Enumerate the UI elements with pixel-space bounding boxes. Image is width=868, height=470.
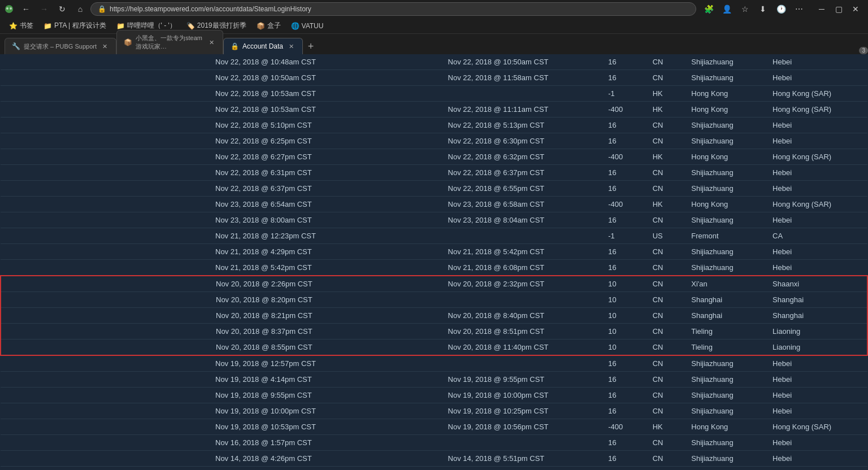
login-history-table-container[interactable]: Nov 22, 2018 @ 10:48am CSTNov 22, 2018 @…: [0, 54, 868, 470]
country-code: CN: [644, 212, 683, 228]
duration: 16: [599, 133, 643, 149]
login-time: Nov 22, 2018 @ 6:27pm CST: [1, 149, 439, 165]
duration: 16: [599, 118, 643, 133]
bookmark-vatuu[interactable]: 🌐 VATUU: [287, 21, 328, 31]
tab-blackbox[interactable]: 📦 小黑盒、一款专为steam游戏玩家… ✕: [116, 30, 223, 54]
duration: 16: [599, 451, 643, 467]
menu-button[interactable]: ⋯: [791, 1, 807, 17]
star-icon: ⭐: [9, 22, 18, 30]
country-code: CN: [644, 70, 683, 86]
table-row: Nov 19, 2018 @ 12:57pm CST16CNShijiazhua…: [1, 355, 867, 372]
table-row: Nov 19, 2018 @ 4:14pm CSTNov 19, 2018 @ …: [1, 372, 867, 388]
login-time: Nov 22, 2018 @ 6:37pm CST: [1, 181, 439, 197]
city: Shijiazhuang: [682, 372, 763, 388]
history-button[interactable]: 🕐: [773, 1, 789, 17]
login-time: Nov 20, 2018 @ 8:37pm CST: [1, 324, 439, 340]
refresh-button[interactable]: ↻: [54, 1, 70, 17]
address-bar[interactable]: 🔒 https://help.steampowered.com/en/accou…: [90, 2, 696, 16]
logout-time: Nov 22, 2018 @ 11:11am CST: [439, 102, 600, 118]
table-row: Nov 20, 2018 @ 8:55pm CSTNov 20, 2018 @ …: [1, 340, 867, 356]
tab-account-data[interactable]: 🔒 Account Data ✕: [223, 38, 303, 54]
logout-time: [439, 228, 600, 244]
country-code: HK: [644, 149, 683, 165]
state: CA: [763, 228, 867, 244]
tag-icon: 🏷️: [186, 22, 195, 30]
country-code: CN: [644, 435, 683, 451]
minimize-button[interactable]: ─: [814, 1, 830, 17]
city: Shijiazhuang: [682, 54, 763, 70]
svg-point-1: [6, 7, 8, 10]
new-tab-button[interactable]: +: [303, 38, 319, 54]
login-time: Nov 21, 2018 @ 4:29pm CST: [1, 244, 439, 260]
city: Tieling: [682, 324, 763, 340]
logout-time: Nov 19, 2018 @ 10:00pm CST: [439, 388, 600, 403]
country-code: CN: [644, 133, 683, 149]
login-time: Nov 13, 2018 @ 10:14am CST: [1, 467, 439, 471]
content-area: Nov 22, 2018 @ 10:48am CSTNov 22, 2018 @…: [0, 54, 868, 470]
city: Shijiazhuang: [682, 212, 763, 228]
tab-label: 提交请求 – PUBG Support: [24, 42, 97, 51]
city: Hong Kong: [682, 86, 763, 102]
duration: 16: [599, 212, 643, 228]
logout-time: [439, 435, 600, 451]
table-row: Nov 21, 2018 @ 4:29pm CSTNov 21, 2018 @ …: [1, 244, 867, 260]
city: Shanghai: [682, 308, 763, 324]
bookmark-star[interactable]: ⭐ 书签: [5, 20, 38, 32]
profile-button[interactable]: 👤: [719, 1, 735, 17]
login-time: Nov 20, 2018 @ 2:26pm CST: [1, 276, 439, 292]
tab-label: Account Data: [242, 42, 283, 50]
country-code: HK: [644, 419, 683, 435]
extensions-button[interactable]: 🧩: [701, 1, 717, 17]
tab-close-account[interactable]: ✕: [287, 42, 296, 51]
duration: -1: [599, 86, 643, 102]
close-button[interactable]: ✕: [848, 1, 863, 17]
city: Shijiazhuang: [682, 118, 763, 133]
state: Shaanxi: [763, 276, 867, 292]
duration: 16: [599, 388, 643, 403]
country-code: CN: [644, 118, 683, 133]
state: Liaoning: [763, 324, 867, 340]
table-row: Nov 23, 2018 @ 6:54am CSTNov 23, 2018 @ …: [1, 197, 867, 212]
tabs-bar: 🔧 提交请求 – PUBG Support ✕ 📦 小黑盒、一款专为steam游…: [0, 34, 868, 54]
logout-time: Nov 22, 2018 @ 6:32pm CST: [439, 149, 600, 165]
bookmark-pta[interactable]: 📁 PTA | 程序设计类: [39, 20, 111, 32]
state: Hebei: [763, 181, 867, 197]
city: Shijiazhuang: [682, 244, 763, 260]
login-time: Nov 14, 2018 @ 4:26pm CST: [1, 451, 439, 467]
home-button[interactable]: ⌂: [72, 1, 88, 17]
duration: -400: [599, 102, 643, 118]
bookmark-button[interactable]: ☆: [737, 1, 753, 17]
city: Xi'an: [682, 276, 763, 292]
country-code: CN: [644, 54, 683, 70]
login-time: Nov 19, 2018 @ 10:53pm CST: [1, 419, 439, 435]
duration: 16: [599, 372, 643, 388]
table-row: Nov 21, 2018 @ 5:42pm CSTNov 21, 2018 @ …: [1, 260, 867, 276]
download-button[interactable]: ⬇: [755, 1, 771, 17]
country-code: CN: [644, 276, 683, 292]
state: Shanghai: [763, 292, 867, 308]
maximize-button[interactable]: ▢: [831, 1, 847, 17]
duration: 10: [599, 308, 643, 324]
browser-icon: [5, 5, 14, 14]
back-button[interactable]: ←: [18, 1, 34, 17]
table-row: Nov 22, 2018 @ 6:37pm CSTNov 22, 2018 @ …: [1, 181, 867, 197]
city: Shijiazhuang: [682, 467, 763, 471]
state: Hebei: [763, 451, 867, 467]
bookmark-box[interactable]: 📦 盒子: [252, 20, 285, 32]
tab-pubg[interactable]: 🔧 提交请求 – PUBG Support ✕: [5, 38, 116, 54]
state: Hebei: [763, 118, 867, 133]
forward-button[interactable]: →: [36, 1, 52, 17]
logout-time: Nov 23, 2018 @ 8:04am CST: [439, 212, 600, 228]
country-code: CN: [644, 244, 683, 260]
tab-close-blackbox[interactable]: ✕: [207, 38, 216, 47]
folder-icon: 📁: [44, 22, 52, 30]
tab-close-pubg[interactable]: ✕: [100, 42, 109, 51]
login-time: Nov 22, 2018 @ 6:31pm CST: [1, 165, 439, 181]
logout-time: Nov 19, 2018 @ 10:56pm CST: [439, 419, 600, 435]
state: Hebei: [763, 388, 867, 403]
logout-time: Nov 19, 2018 @ 9:55pm CST: [439, 372, 600, 388]
tab-count-badge: 3: [859, 47, 868, 54]
country-code: CN: [644, 340, 683, 356]
state: Hebei: [763, 244, 867, 260]
duration: 10: [599, 324, 643, 340]
